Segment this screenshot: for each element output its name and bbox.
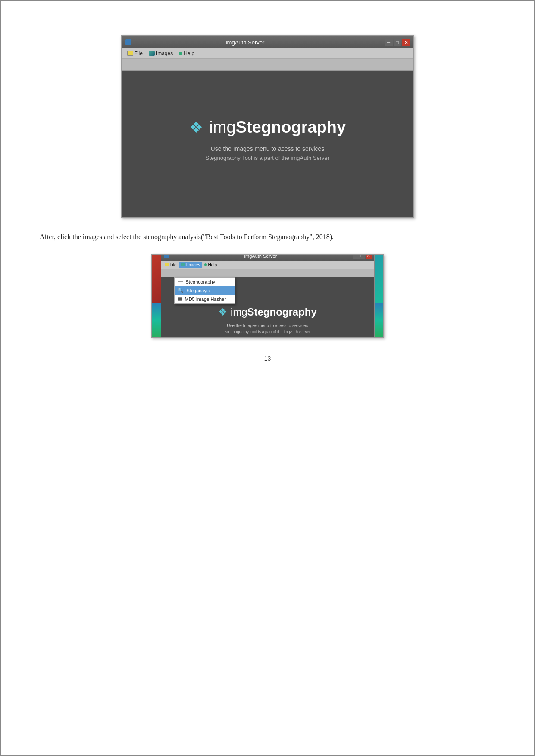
app-icon	[125, 39, 131, 45]
inner-window: imgAuth Server ─ □ ✕ File Image	[161, 254, 375, 338]
help-icon-1	[179, 52, 182, 55]
paragraph-text: After, click the images and select the s…	[40, 233, 334, 241]
inner-subtitle1: Use the Images menu to acess to services	[227, 323, 308, 328]
dropdown-item-stegnography[interactable]: Stegnography	[175, 278, 235, 286]
window-controls-1: ─ □ ✕	[385, 39, 410, 46]
images-icon-1	[149, 51, 155, 56]
body-paragraph: After, click the images and select the s…	[40, 231, 495, 244]
menu-file-1[interactable]: File	[125, 50, 145, 57]
app-title-steg: Stegnography	[236, 118, 346, 136]
menu-images-label-1: Images	[156, 50, 173, 56]
diamond-icon-1: ❖	[189, 119, 203, 136]
menu-file-label-1: File	[135, 50, 143, 56]
screenshot-2: imgAuth Server ─ □ ✕ File Image	[151, 254, 384, 338]
inner-win-content: Stegnography 🔍 Steganayis MD5 Image Hash…	[161, 269, 374, 338]
inner-menu-help[interactable]: Help	[203, 262, 219, 268]
subtitle-1a: Use the Images menu to acess to services	[211, 145, 325, 152]
titlebar-left	[125, 39, 131, 45]
inner-title-steg: Stegnography	[247, 306, 317, 318]
dropdown-menu: Stegnography 🔍 Steganayis MD5 Image Hash…	[174, 277, 235, 304]
page-number: 13	[40, 355, 495, 362]
close-button-1[interactable]: ✕	[402, 39, 410, 46]
md5-icon	[178, 297, 182, 301]
inner-menu-images[interactable]: Images	[179, 262, 202, 268]
inner-images-icon	[181, 263, 185, 266]
restore-button-1[interactable]: □	[394, 39, 401, 46]
inner-window-title: imgAuth Server	[169, 254, 353, 259]
dropdown-md5-label: MD5 Image Hasher	[185, 297, 226, 302]
inner-app-title: ❖ imgStegnography	[218, 306, 317, 318]
dropdown-item-steganayis[interactable]: 🔍 Steganayis	[175, 286, 235, 295]
inner-restore[interactable]: □	[359, 254, 365, 259]
toolbar-1	[122, 59, 413, 71]
menubar-1: File Images Help	[122, 48, 413, 59]
screenshot-1: imgAuth Server ─ □ ✕ File Images Help	[121, 35, 414, 218]
file-icon-1	[127, 51, 133, 56]
steganayis-search-icon: 🔍	[178, 288, 183, 293]
steg-separator-icon	[178, 281, 183, 282]
inner-file-icon	[165, 263, 169, 266]
subtitle-1b: Stegnography Tool is a part of the imgAu…	[206, 155, 329, 161]
dropdown-item-md5[interactable]: MD5 Image Hasher	[175, 295, 235, 303]
dropdown-steganayis-label: Steganayis	[187, 288, 210, 293]
inner-menubar: File Images Help	[161, 261, 374, 269]
inner-toolbar	[161, 269, 374, 277]
inner-file-label: File	[170, 262, 177, 267]
menu-help-label-1: Help	[184, 50, 194, 56]
menu-images-1[interactable]: Images	[146, 50, 175, 57]
titlebar-1: imgAuth Server ─ □ ✕	[122, 36, 413, 48]
bg-image-top: imgAuth Server ─ □ ✕ File Image	[152, 254, 383, 303]
page-number-text: 13	[264, 355, 271, 362]
inner-subtitle2: Stegnography Tool is a part of the imgAu…	[225, 330, 310, 334]
minimize-button-1[interactable]: ─	[385, 39, 393, 46]
menu-help-1[interactable]: Help	[176, 50, 197, 57]
inner-titlebar: imgAuth Server ─ □ ✕	[161, 254, 374, 261]
inner-images-label: Images	[186, 262, 200, 267]
inner-help-icon	[204, 263, 207, 266]
app-title-1: ❖ imgStegnography	[189, 118, 346, 137]
dropdown-steg-label: Stegnography	[186, 279, 216, 284]
page-content: imgAuth Server ─ □ ✕ File Images Help	[27, 18, 508, 371]
inner-diamond-icon: ❖	[218, 306, 228, 318]
inner-help-label: Help	[208, 262, 217, 267]
window-title-1: imgAuth Server	[131, 39, 359, 46]
inner-close[interactable]: ✕	[366, 254, 372, 259]
app-body-1: ❖ imgStegnography Use the Images menu to…	[122, 71, 413, 217]
app-title-img: img	[209, 118, 235, 136]
inner-menu-file[interactable]: File	[163, 262, 178, 268]
inner-win-controls: ─ □ ✕	[353, 254, 372, 259]
inner-app-icon	[164, 254, 169, 258]
inner-title-img: img	[231, 306, 247, 318]
inner-minimize[interactable]: ─	[353, 254, 359, 259]
